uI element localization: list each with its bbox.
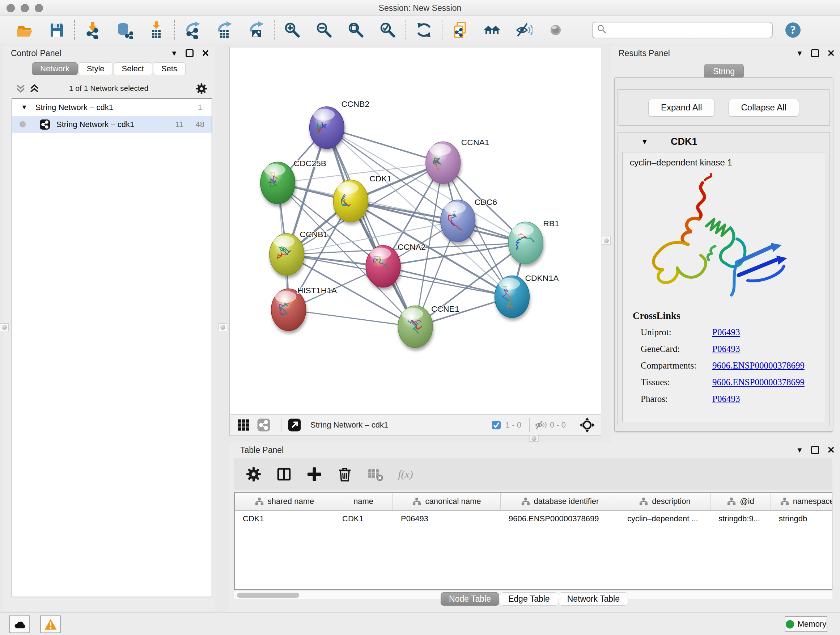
network-node-ccnb2[interactable]: [309, 107, 344, 149]
crosslink-link[interactable]: P06493: [712, 394, 740, 404]
zoom-fit-button[interactable]: [340, 19, 372, 41]
export-network-button[interactable]: [177, 19, 208, 41]
birdseye-crosshair-icon[interactable]: [579, 417, 595, 433]
crosslink-link[interactable]: P06493: [712, 327, 740, 337]
share-view-icon[interactable]: [256, 417, 272, 433]
table-panel-float-icon[interactable]: [811, 446, 819, 454]
network-node-cdk1[interactable]: [333, 180, 368, 222]
network-node-cdc25b[interactable]: [261, 162, 295, 204]
table-row[interactable]: CDK1CDK1P064939606.ENSP00000378699cyclin…: [235, 510, 832, 527]
warning-status-button[interactable]: [40, 616, 61, 633]
memory-status-dot: [786, 620, 794, 629]
cloud-status-button[interactable]: [9, 616, 30, 633]
help-button[interactable]: ?: [784, 21, 802, 39]
network-node-ccna2[interactable]: [366, 245, 401, 287]
hide-selected-button[interactable]: [508, 19, 540, 41]
search-input[interactable]: [608, 23, 768, 37]
import-table-button[interactable]: [141, 19, 172, 41]
expand-all-button[interactable]: Expand All: [648, 99, 714, 117]
memory-button[interactable]: Memory: [785, 616, 827, 632]
import-network-button[interactable]: [77, 19, 109, 41]
export-image-button[interactable]: [240, 19, 272, 41]
left-edge-splitter-handle[interactable]: [0, 323, 9, 331]
table-splitter-handle[interactable]: [529, 435, 538, 442]
network-node-ccne1[interactable]: [398, 306, 433, 348]
plus-table-button[interactable]: [306, 466, 323, 483]
tab-style[interactable]: Style: [79, 62, 113, 75]
open-file-button[interactable]: [9, 19, 41, 41]
network-edge[interactable]: [327, 128, 443, 163]
results-panel-menu-icon[interactable]: ▼: [796, 49, 803, 58]
network-options-gear-icon[interactable]: [195, 82, 208, 95]
network-node-ccna1[interactable]: [426, 141, 461, 184]
network-edge[interactable]: [289, 310, 415, 327]
tab-string[interactable]: String: [704, 64, 744, 79]
home-button[interactable]: [476, 19, 508, 41]
tab-node-table[interactable]: Node Table: [441, 592, 499, 606]
zoom-in-button[interactable]: [276, 19, 308, 41]
columns-table-button[interactable]: [275, 466, 293, 483]
crosslink-link[interactable]: P06493: [712, 344, 740, 354]
copy-style-button[interactable]: [444, 19, 476, 41]
column-header-database-identifier[interactable]: database identifier: [501, 493, 619, 510]
network-node-rb1[interactable]: [508, 222, 543, 264]
table-panel-close-icon[interactable]: ✕: [827, 445, 835, 455]
svg-text:?: ?: [790, 23, 796, 36]
node-label-ccnb1: CCNB1: [300, 230, 328, 239]
network-edge[interactable]: [383, 266, 512, 297]
control-panel: Control Panel ▼ ✕ NetworkStyleSelectSets…: [3, 46, 215, 611]
column-header-name[interactable]: name: [334, 493, 393, 510]
selected-checkbox-icon[interactable]: [490, 419, 502, 431]
column-header-canonical-name[interactable]: canonical name: [393, 493, 501, 510]
hidden-eye-icon[interactable]: [535, 419, 547, 431]
tab-network-table[interactable]: Network Table: [559, 592, 628, 606]
network-row-selected[interactable]: String Network – cdk1 11 48: [12, 116, 212, 133]
network-edge[interactable]: [327, 128, 415, 327]
control-splitter-handle[interactable]: [218, 323, 227, 331]
control-panel-menu-icon[interactable]: ▼: [171, 49, 178, 58]
results-panel-float-icon[interactable]: [811, 49, 819, 57]
node-table[interactable]: shared namenamecanonical namedatabase id…: [234, 492, 832, 590]
network-node-ccnb1[interactable]: [270, 233, 304, 276]
column-header-shared-name[interactable]: shared name: [235, 493, 334, 510]
export-table-button[interactable]: [208, 19, 240, 41]
tab-edge-table[interactable]: Edge Table: [500, 592, 558, 606]
tab-network[interactable]: Network: [32, 62, 78, 75]
crosslink-link[interactable]: 9606.ENSP00000378699: [712, 377, 805, 387]
network-canvas[interactable]: CCNB2CCNA1CDC25BCDK1CDC6RB1CCNB1CCNA2CDK…: [229, 47, 601, 415]
network-node-cdkn1a[interactable]: [495, 276, 530, 318]
crosslink-row: GeneCard:P06493: [641, 344, 825, 355]
tab-select[interactable]: Select: [114, 62, 152, 75]
control-panel-close-icon[interactable]: ✕: [202, 49, 210, 58]
results-panel-close-icon[interactable]: ✕: [827, 49, 835, 58]
import-database-button[interactable]: [109, 19, 141, 41]
refresh-button[interactable]: [408, 19, 440, 41]
zoom-out-button[interactable]: [308, 19, 340, 41]
search-box: [592, 22, 773, 38]
gear-table-button[interactable]: [245, 466, 262, 483]
protein-section: ▼ CDK1 cyclin–dependent kinase 1: [617, 132, 830, 426]
collapse-all-button[interactable]: Collapse All: [729, 99, 799, 117]
table-panel-menu-icon[interactable]: ▼: [796, 445, 803, 455]
show-lens-button[interactable]: [540, 19, 572, 41]
column-header-namespace[interactable]: namespace: [771, 493, 832, 510]
table-cell: 9606.ENSP00000378699: [501, 510, 619, 527]
tab-sets[interactable]: Sets: [153, 62, 186, 75]
zoom-selected-button[interactable]: [372, 19, 404, 41]
grid-view-icon[interactable]: [235, 417, 251, 433]
collection-expand-icon[interactable]: ▼: [21, 103, 27, 111]
trash-table-button[interactable]: [336, 466, 354, 483]
network-collection-row[interactable]: ▼ String Network – cdk1 1: [12, 99, 212, 116]
column-header-description[interactable]: description: [619, 493, 711, 510]
results-splitter-handle[interactable]: [602, 237, 611, 245]
column-header--id[interactable]: @id: [711, 493, 771, 510]
node-label-cdc25b: CDC25B: [294, 158, 327, 168]
control-panel-float-icon[interactable]: [186, 49, 194, 57]
protein-collapse-icon[interactable]: ▼: [641, 138, 648, 146]
toolbar-divider: [442, 20, 442, 40]
save-session-button[interactable]: [41, 19, 73, 41]
crosslink-link[interactable]: 9606.ENSP00000378699: [712, 361, 805, 371]
detach-view-icon[interactable]: [286, 417, 302, 433]
network-node-hist1h1a[interactable]: [271, 289, 306, 331]
network-node-cdc6[interactable]: [441, 200, 475, 242]
